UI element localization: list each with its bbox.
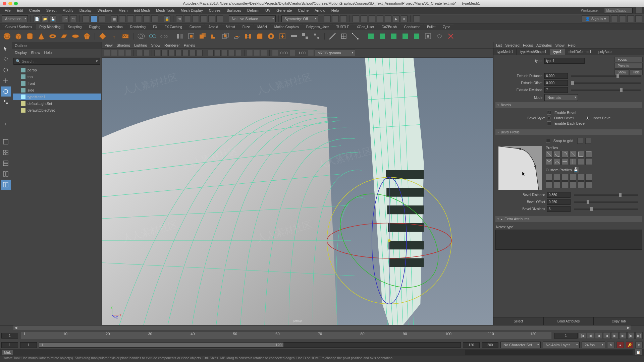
custom-profile-5[interactable] — [578, 174, 584, 181]
layout-icon3[interactable] — [627, 15, 634, 22]
character-set-dropdown[interactable]: No Character Set — [500, 342, 541, 348]
custom-profile-11[interactable] — [578, 181, 584, 188]
poly-cube-icon[interactable] — [13, 31, 23, 41]
profile-preset-11[interactable] — [578, 158, 584, 165]
vp-bookmarks-icon[interactable] — [118, 50, 124, 56]
custom-profile-3[interactable] — [561, 174, 568, 181]
vp-menu-show[interactable]: Show — [151, 43, 161, 47]
maximize-icon[interactable] — [14, 2, 18, 5]
vp-grease-icon[interactable] — [143, 50, 149, 56]
auto-key-button[interactable]: ● — [616, 342, 624, 348]
vp-grid-icon[interactable] — [154, 50, 160, 56]
vp-safe-title-icon[interactable] — [197, 50, 203, 56]
anim-start-field[interactable]: 1 — [1, 342, 18, 348]
bevel-divisions-field[interactable] — [547, 206, 571, 212]
outer-bevel-radio[interactable] — [547, 116, 551, 120]
vp-lock-camera-icon[interactable] — [111, 50, 117, 56]
separate-icon[interactable] — [148, 31, 158, 41]
profile-preset-4[interactable] — [570, 151, 576, 158]
anim-layer-dropdown[interactable]: No Anim Layer — [543, 342, 580, 348]
extrude-divisions-slider[interactable] — [571, 89, 641, 91]
redo-icon[interactable]: ↷ — [70, 15, 77, 22]
profile-preset-8[interactable] — [554, 158, 560, 165]
rotate-tool-icon[interactable] — [1, 86, 11, 97]
shelf-tab-bifrost[interactable]: Bifrost — [222, 24, 238, 29]
render-settings-icon[interactable] — [200, 15, 207, 22]
script-editor-button[interactable]: 📋 — [635, 349, 642, 356]
profile-preset-6[interactable] — [585, 151, 592, 158]
panel-layout2-icon[interactable] — [332, 15, 339, 22]
live-surface-dropdown[interactable]: No Live Surface — [229, 15, 276, 22]
bevel-divisions-slider[interactable] — [574, 208, 638, 210]
toggle4-icon[interactable] — [385, 15, 391, 22]
scale-tool-icon[interactable] — [1, 97, 11, 107]
custom-profile-2[interactable] — [554, 174, 560, 181]
tree-item-defaultobjectset[interactable]: defaultObjectSet — [13, 107, 101, 114]
sculpt5-icon[interactable] — [412, 31, 422, 41]
loop-button[interactable]: ↻ — [607, 342, 614, 348]
custom-profile-4[interactable] — [570, 174, 576, 181]
minimize-icon[interactable] — [8, 2, 12, 5]
attr-tab-polyauto[interactable]: polyAuto — [595, 49, 615, 55]
attr-menu-attributes[interactable]: Attributes — [536, 43, 552, 47]
render-icon[interactable] — [184, 15, 191, 22]
shelf-tab-bullet[interactable]: Bullet — [424, 24, 439, 29]
fill-hole-icon[interactable] — [266, 31, 276, 41]
custom-profile-9[interactable] — [561, 181, 568, 188]
custom-profile-7[interactable] — [546, 181, 552, 188]
last-tool-icon[interactable]: T — [1, 119, 11, 129]
vp-image-plane-icon[interactable] — [125, 50, 131, 56]
vp-menu-lighting[interactable]: Lighting — [134, 43, 147, 47]
single-pane-icon[interactable] — [1, 137, 11, 147]
poly-cylinder-icon[interactable] — [25, 31, 35, 41]
snap-surface-icon[interactable] — [143, 15, 150, 22]
vp-resolution-gate-icon[interactable] — [168, 50, 174, 56]
menu-edit[interactable]: Edit — [14, 7, 26, 13]
menu-edit-mesh[interactable]: Edit Mesh — [131, 7, 153, 13]
mode-dropdown[interactable]: Normals — [544, 94, 578, 101]
smooth-icon[interactable]: 0.00 — [159, 31, 169, 41]
menu-arnold[interactable]: Arnold — [312, 7, 328, 13]
attr-tab-typemesh1[interactable]: typeMesh1 — [493, 49, 517, 55]
layout-icon1[interactable] — [611, 15, 618, 22]
time-ruler[interactable]: 1102030405060708090100110120 — [21, 332, 551, 339]
snap-curve-icon[interactable] — [119, 15, 126, 22]
symmetry-dropdown[interactable]: Symmetry: Off — [281, 15, 318, 22]
enable-back-bevel-checkbox[interactable] — [547, 121, 551, 125]
menu-uv[interactable]: UV — [263, 7, 273, 13]
panel-layout3-icon[interactable] — [340, 15, 347, 22]
xgen-icon[interactable] — [353, 15, 359, 22]
workspace-config-icon[interactable] — [635, 7, 642, 14]
attr-menu-list[interactable]: List — [496, 43, 502, 47]
merge-icon[interactable] — [312, 31, 322, 41]
sculpt2-icon[interactable] — [377, 31, 387, 41]
step-back-button[interactable]: ◀ — [595, 332, 602, 339]
shelf-tab-xgen-user[interactable]: XGen_User — [353, 24, 377, 29]
menu-mesh-tools[interactable]: Mesh Tools — [153, 7, 177, 13]
menu-create[interactable]: Create — [26, 7, 43, 13]
profile-preset-10[interactable] — [570, 158, 576, 165]
quad-draw-icon[interactable] — [423, 31, 433, 41]
extrude-offset-field[interactable] — [544, 80, 568, 86]
inner-bevel-radio[interactable] — [586, 116, 589, 120]
vp-gamma-icon[interactable] — [290, 50, 296, 56]
pause-icon[interactable]: ⏸ — [401, 15, 408, 22]
shelf-tab-sculpting[interactable]: Sculpting — [64, 24, 85, 29]
vp-safe-action-icon[interactable] — [190, 50, 196, 56]
play-back-button[interactable]: ◀ — [603, 332, 610, 339]
delete-edge-icon[interactable] — [446, 31, 456, 41]
menu-cache[interactable]: Cache — [295, 7, 311, 13]
paint-select-icon[interactable] — [1, 65, 11, 75]
shelf-tab-fx[interactable]: FX — [150, 24, 161, 29]
detach-icon[interactable] — [300, 31, 310, 41]
profile-preset-1[interactable] — [546, 151, 552, 158]
poly-cone-icon[interactable] — [36, 31, 46, 41]
attr-hide-button[interactable]: Hide — [630, 69, 643, 75]
open-scene-icon[interactable]: 📁 — [42, 15, 48, 22]
shelf-tab-turtle[interactable]: TURTLE — [333, 24, 353, 29]
step-forward-key-button[interactable]: |▶ — [627, 332, 635, 339]
poly-superellipse-icon[interactable] — [98, 31, 108, 41]
append-icon[interactable] — [277, 31, 287, 41]
vp-colorspace-icon[interactable] — [308, 50, 314, 56]
vp-menu-panels[interactable]: Panels — [184, 43, 195, 47]
